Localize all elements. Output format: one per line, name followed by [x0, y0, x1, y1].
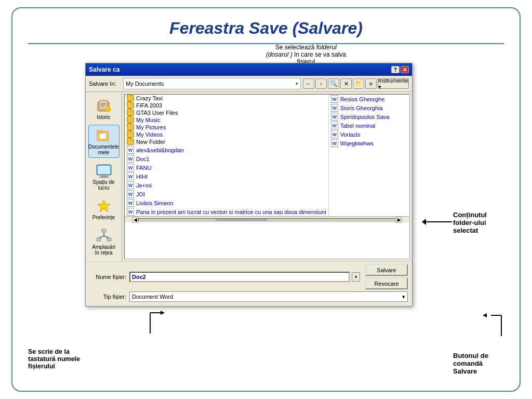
sidebar-item-amplasari-label: Amplasări în rețea: [90, 244, 118, 256]
network-icon: [96, 228, 112, 244]
file-row[interactable]: WTabel nominal: [329, 121, 409, 130]
arrow-right-to-left: [422, 219, 452, 225]
sidebar-item-documentele-mele-label: Documentele mele: [88, 144, 119, 155]
views-button[interactable]: ≡: [365, 78, 377, 89]
svg-rect-12: [101, 175, 107, 177]
file-row[interactable]: Walex&sebi&bogdan: [125, 145, 328, 154]
file-row[interactable]: WJOI: [125, 190, 328, 198]
file-row[interactable]: My Music: [125, 116, 328, 124]
desktop-icon: [96, 163, 112, 179]
word-doc-icon: W: [331, 130, 338, 138]
filetype-combo[interactable]: Document Word ▾: [129, 291, 408, 302]
scroll-right-button[interactable]: ▶: [396, 217, 402, 223]
filename-field-group: ▾: [129, 272, 360, 282]
folder-icon: [127, 139, 134, 145]
sidebar-item-documentele-mele[interactable]: Documentele mele: [88, 125, 119, 158]
up-button[interactable]: ↑: [315, 78, 327, 89]
file-row[interactable]: WWqegkiwhws: [329, 139, 409, 148]
arrow-bottom-left: [145, 308, 176, 336]
file-row[interactable]: WSpiridopoulos Sava: [329, 112, 409, 121]
file-row[interactable]: WDoc1: [125, 154, 328, 163]
favorites-icon: [96, 198, 112, 215]
cancel-button[interactable]: Revocare: [365, 277, 408, 289]
word-doc-icon: W: [331, 139, 338, 147]
svg-rect-15: [102, 229, 106, 232]
sidebar-item-istoric-label: Istoric: [97, 114, 111, 120]
annotation-italic: folderul(dosarul ): [266, 44, 337, 58]
new-folder-button[interactable]: 📁: [353, 78, 364, 89]
my-documents-icon: [96, 127, 112, 144]
file-row[interactable]: My Pictures: [125, 124, 328, 131]
word-doc-icon: W: [331, 95, 338, 103]
historic-icon: ↺: [96, 98, 112, 114]
file-row-new-folder[interactable]: New Folder: [125, 138, 328, 145]
sidebar-item-istoric[interactable]: ↺ Istoric: [88, 95, 119, 123]
combo-dropdown-icon: ▾: [296, 81, 298, 86]
folder-combo-value: My Documents: [126, 81, 164, 87]
file-row[interactable]: WSioris Gheorghia: [329, 103, 409, 112]
save-in-label: Salvare în:: [89, 81, 121, 87]
horizontal-scrollbar[interactable]: ◀ ▶: [125, 216, 409, 222]
filetype-value: Document Word: [132, 294, 173, 300]
search-web-button[interactable]: 🔍: [328, 78, 339, 89]
tools-dropdown[interactable]: Instrumente ▾: [378, 78, 409, 89]
close-button[interactable]: ✕: [401, 66, 409, 73]
filelist-inner: Crazy Taxi FIFA 2003 GTA3 User Files My …: [125, 95, 409, 216]
toolbar-icons: ← ↑ 🔍 ✕ 📁 ≡ Instrumente ▾: [303, 78, 409, 89]
word-doc-icon: W: [331, 122, 338, 129]
help-button[interactable]: ?: [391, 66, 400, 73]
folder-icon: [127, 117, 134, 123]
outer-container: Fereastra Save (Salvare) Se selectează f…: [11, 7, 521, 392]
word-doc-icon: W: [127, 199, 134, 207]
filename-input[interactable]: [129, 272, 350, 282]
filelist-right: WResios Gheorghe WSioris Gheorghia WSpir…: [328, 95, 409, 216]
save-button[interactable]: Salvare: [365, 264, 408, 276]
annotation-bottom-right: Butonul de comandă Salvare: [453, 352, 510, 375]
word-doc-icon: W: [127, 146, 134, 154]
file-row[interactable]: WHIHI: [125, 172, 328, 181]
svg-rect-11: [98, 166, 110, 174]
scrollbar-track[interactable]: [138, 218, 396, 221]
svg-rect-16: [97, 238, 101, 241]
file-row[interactable]: WJe+mi: [125, 181, 328, 190]
dialog-title: Salvare ca: [89, 66, 119, 73]
dialog-filelist: Crazy Taxi FIFA 2003 GTA3 User Files My …: [124, 94, 410, 259]
svg-text:↺: ↺: [107, 108, 110, 112]
scroll-left-button[interactable]: ◀: [132, 217, 138, 223]
arrow-bottom-right: [475, 310, 507, 339]
word-doc-icon: W: [127, 190, 134, 198]
filetype-label: Tip fișier:: [90, 294, 126, 300]
file-row[interactable]: WResios Gheorghe: [329, 95, 409, 103]
filename-dropdown[interactable]: ▾: [352, 272, 360, 282]
folder-combo[interactable]: My Documents ▾: [123, 78, 301, 89]
file-row[interactable]: FIFA 2003: [125, 102, 328, 109]
word-doc-icon: W: [127, 172, 134, 180]
svg-marker-14: [98, 200, 110, 212]
action-buttons: Salvare Revocare: [365, 264, 408, 289]
sidebar-item-amplasari[interactable]: Amplasări în rețea: [88, 225, 119, 258]
file-row[interactable]: WLiolios Simeon: [125, 198, 328, 207]
filename-row: Nume fișier: ▾ Salvare Revocare: [90, 264, 408, 289]
filelist-left: Crazy Taxi FIFA 2003 GTA3 User Files My …: [125, 95, 328, 216]
file-row[interactable]: My Videos: [125, 131, 328, 138]
sidebar-item-spatiu[interactable]: Spațiu de lucru: [88, 160, 119, 193]
sidebar-item-preferinte[interactable]: Preferințe: [88, 195, 119, 223]
titlebar-buttons: ? ✕: [391, 66, 409, 73]
svg-marker-27: [483, 313, 487, 317]
file-row[interactable]: WVoriazis: [329, 130, 409, 139]
file-row-long[interactable]: WPana in prezent am lucrat cu vectori si…: [125, 207, 328, 216]
dialog-sidebar: ↺ Istoric Documentele mele: [86, 92, 122, 261]
file-row[interactable]: Crazy Taxi: [125, 95, 328, 102]
annotation-top-text: Se selectează folderul(dosarul ) în care…: [266, 44, 346, 65]
back-button[interactable]: ←: [303, 78, 314, 89]
svg-rect-9: [100, 134, 106, 139]
word-doc-icon: W: [127, 181, 134, 189]
folder-icon: [127, 95, 134, 101]
file-row[interactable]: WFANU: [125, 163, 328, 172]
word-doc-icon: W: [127, 155, 134, 163]
file-row[interactable]: GTA3 User Files: [125, 109, 328, 116]
svg-marker-24: [161, 311, 165, 315]
word-doc-icon: W: [127, 208, 134, 216]
delete-button[interactable]: ✕: [340, 78, 352, 89]
folder-icon: [127, 131, 134, 138]
